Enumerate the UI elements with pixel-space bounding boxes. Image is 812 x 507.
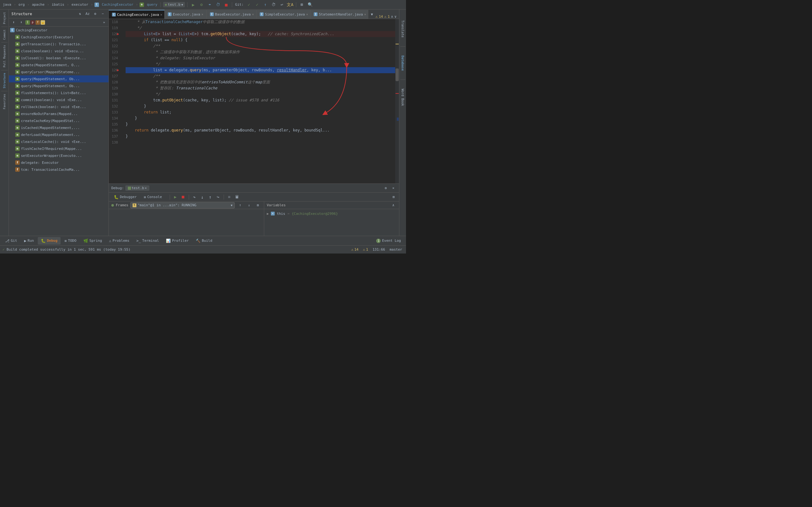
- struct-item-constructor[interactable]: m CachingExecutor(Executor): [9, 34, 108, 41]
- struct-item-rollback[interactable]: m rollback(boolean): void ↑Exe...: [9, 103, 108, 110]
- debug-settings-btn[interactable]: ⚙: [383, 185, 389, 191]
- var-expand-icon[interactable]: ▶: [267, 212, 269, 216]
- status-errors-item[interactable]: ⚠ 1: [362, 247, 369, 251]
- debug-resume-btn[interactable]: ▶: [172, 193, 179, 201]
- debug-file-tab[interactable]: test.b ×: [125, 185, 149, 191]
- struct-item-isclosed[interactable]: m isClosed(): boolean ↑Execute...: [9, 55, 108, 61]
- git-push[interactable]: ↑: [262, 1, 269, 8]
- struct-item-querycursor[interactable]: m queryCursor(MappedStateme...: [9, 68, 108, 75]
- breadcrumb-java[interactable]: java: [2, 2, 12, 7]
- struct-item-update[interactable]: m update(MappedStatement, O...: [9, 61, 108, 68]
- struct-item-deferload[interactable]: m deferLoad(MappedStatement...: [9, 131, 108, 138]
- struct-item-setexecutor[interactable]: m setExecutorWrapper(Executo...: [9, 152, 108, 159]
- breadcrumb-apache[interactable]: apache: [31, 2, 46, 7]
- debugger-tab[interactable]: 🐛 Debugger: [111, 193, 140, 201]
- frames-down-btn[interactable]: ↓: [246, 202, 252, 209]
- struct-expand[interactable]: »: [101, 19, 107, 26]
- debug-stop-btn[interactable]: ⏹: [180, 193, 187, 201]
- tab-close-simple[interactable]: ×: [306, 12, 308, 16]
- editor-content[interactable]: 118 119 120 ● 121 122 123 124 125 126 ● …: [109, 19, 399, 183]
- struct-icon-f[interactable]: f: [36, 20, 40, 25]
- sidebar-favorites-label[interactable]: Favorites: [3, 93, 6, 111]
- tab-caching-executor[interactable]: C CachingExecutor.java ×: [109, 10, 165, 19]
- debug-close-btn[interactable]: ×: [390, 185, 397, 191]
- struct-item-class[interactable]: C CachingExecutor: [9, 26, 108, 34]
- sidebar-pullrequests-label[interactable]: Pull Requests: [3, 44, 6, 68]
- structure-close-btn[interactable]: −: [100, 11, 106, 17]
- scrollbar-thumb[interactable]: [396, 68, 399, 81]
- struct-item-transactional[interactable]: f tcm: TransactionalCacheMa...: [9, 166, 108, 173]
- struct-sort-type[interactable]: ⬇: [18, 19, 25, 26]
- tab-baseexecutor[interactable]: C BaseExecutor.java ×: [207, 10, 257, 19]
- frames-up-btn[interactable]: ↑: [237, 202, 244, 209]
- right-database-label[interactable]: Database: [401, 54, 404, 72]
- right-wordbook-label[interactable]: Word Book: [401, 88, 404, 107]
- editor-scrollbar[interactable]: [395, 19, 399, 183]
- breadcrumb-caching-executor[interactable]: CachingExecutor: [101, 2, 134, 7]
- tab-simpleexecutor[interactable]: C SimpleExecutor.java ×: [257, 10, 310, 19]
- bottom-run-btn[interactable]: ▶ Run: [21, 237, 37, 245]
- search-button[interactable]: 🔍: [307, 1, 314, 8]
- debug-step-into-btn[interactable]: ↓: [199, 193, 206, 201]
- struct-item-delegate[interactable]: f delegate: Executor: [9, 159, 108, 166]
- tab-overflow-btn[interactable]: ▼: [368, 10, 375, 19]
- layout-button[interactable]: ⊞: [299, 1, 305, 8]
- bottom-debug-btn[interactable]: 🐛 Debug: [38, 237, 61, 245]
- bottom-build-btn[interactable]: 🔨 Build: [193, 237, 215, 245]
- struct-sort-alpha[interactable]: ⬆: [10, 19, 17, 26]
- struct-item-createcachekey[interactable]: m createCacheKey(MappedStat...: [9, 117, 108, 124]
- breadcrumb-ibatis[interactable]: ibatis: [51, 2, 65, 7]
- breadcrumb-executor[interactable]: executor: [70, 2, 89, 7]
- frames-thread-dropdown[interactable]: t "main"@1 in ...ain": RUNNING ▼: [131, 202, 235, 209]
- structure-sort-btn[interactable]: ⇅: [77, 11, 83, 17]
- var-item-this[interactable]: ▶ ≡ this = {CachingExecutor@2996}: [264, 210, 399, 217]
- right-translate-label[interactable]: Translate: [401, 19, 404, 39]
- git-tick-1[interactable]: ✓: [246, 1, 252, 8]
- struct-item-flushcache[interactable]: m flushCacheIfRequired(Mappe...: [9, 145, 108, 152]
- debug-evaluate-btn[interactable]: ⌗: [226, 193, 233, 201]
- profile-button[interactable]: ⏱: [214, 1, 221, 8]
- debug-run-cursor-btn[interactable]: ↪: [215, 193, 222, 201]
- status-position-item[interactable]: 131:66: [371, 247, 387, 251]
- expand-warnings-btn[interactable]: ∧: [391, 14, 393, 19]
- bottom-terminal-btn[interactable]: >_ Terminal: [133, 237, 162, 245]
- breadcrumb-org[interactable]: org: [17, 2, 26, 7]
- event-log-btn[interactable]: 1 Event Log: [373, 237, 404, 245]
- struct-item-query2[interactable]: m query(MappedStatement, Ob...: [9, 82, 108, 89]
- struct-icon-m2[interactable]: p: [31, 20, 35, 25]
- run-button[interactable]: ▶: [190, 1, 197, 8]
- tab-close-base[interactable]: ×: [252, 12, 254, 16]
- stop-button[interactable]: ■: [223, 1, 230, 8]
- struct-item-iscached[interactable]: m isCached(MappedStatement,...: [9, 124, 108, 131]
- tab-close-executor[interactable]: ×: [201, 12, 203, 16]
- tab-executor[interactable]: I Executor.java ×: [165, 10, 207, 19]
- struct-item-query1[interactable]: m query(MappedStatement, Ob...: [9, 75, 108, 82]
- struct-item-close[interactable]: m close(boolean): void ↑Execu...: [9, 48, 108, 55]
- bottom-problems-btn[interactable]: ⚠ Problems: [106, 237, 133, 245]
- debug-step-over-btn[interactable]: ↷: [191, 193, 198, 201]
- tab-statementhandler[interactable]: I StatementHandler.java ×: [310, 10, 368, 19]
- structure-alphabetic-btn[interactable]: Az: [84, 11, 91, 17]
- build-button[interactable]: ⚙: [198, 1, 205, 8]
- sidebar-commit-label[interactable]: Commit: [3, 28, 6, 41]
- struct-item-gettransaction[interactable]: m getTransaction(): Transactio...: [9, 41, 108, 48]
- struct-icon-lock[interactable]: 🔒: [41, 20, 45, 25]
- git-tick-2[interactable]: ✓: [254, 1, 261, 8]
- bottom-profiler-btn[interactable]: 📊 Profiler: [163, 237, 192, 245]
- tab-close-caching[interactable]: ×: [160, 12, 162, 17]
- debug-step-out-btn[interactable]: ↑: [207, 193, 214, 201]
- git-history[interactable]: ⏱: [270, 1, 277, 8]
- debug-calc-btn[interactable]: 🖩: [234, 193, 241, 201]
- struct-item-clearlocalcache[interactable]: m clearLocalCache(): void ↑Exe...: [9, 138, 108, 145]
- bottom-git-btn[interactable]: ⎇ Git: [2, 237, 20, 245]
- git-translate[interactable]: 文A: [287, 1, 294, 8]
- frames-filter-btn[interactable]: ⊞: [254, 202, 261, 209]
- test-file-pill[interactable]: ● test.b ▼: [163, 2, 185, 7]
- code-area[interactable]: * 从TransactionalCacheManager中获取二级缓存中的数据 …: [123, 19, 399, 183]
- status-branch-item[interactable]: master: [388, 247, 403, 251]
- tab-close-statement[interactable]: ×: [364, 12, 366, 16]
- git-back[interactable]: ↩: [278, 1, 286, 8]
- coverage-button[interactable]: ☂: [206, 1, 213, 8]
- variables-expand-btn[interactable]: ∧: [390, 202, 397, 209]
- console-tab[interactable]: ≡ Console: [141, 193, 165, 201]
